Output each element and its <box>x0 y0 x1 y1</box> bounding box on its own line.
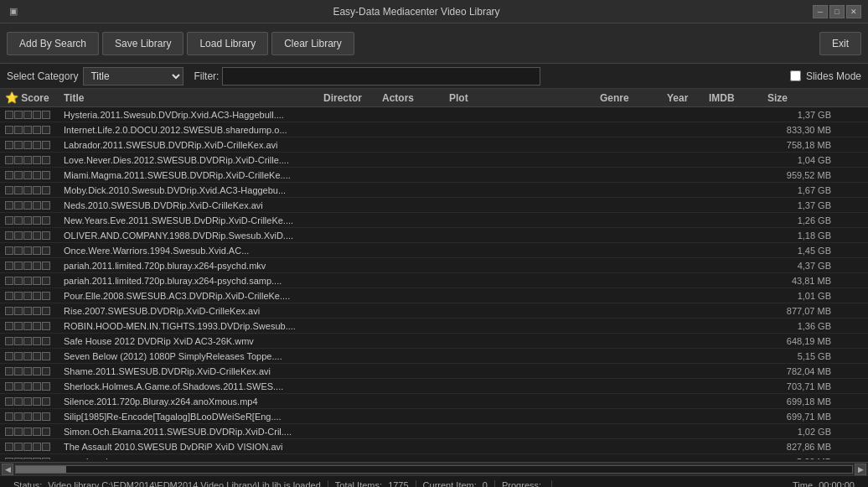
horizontal-scrollbar[interactable]: ◀ ▶ <box>0 462 868 475</box>
score-star[interactable] <box>23 367 32 376</box>
score-star[interactable] <box>42 443 50 451</box>
score-star[interactable] <box>5 141 13 149</box>
score-star[interactable] <box>33 367 41 376</box>
score-star[interactable] <box>33 443 41 451</box>
score-star[interactable] <box>14 322 23 330</box>
hscroll-track[interactable] <box>15 465 853 474</box>
score-star[interactable] <box>14 458 23 460</box>
score-star[interactable] <box>42 322 50 330</box>
score-star[interactable] <box>5 412 13 421</box>
score-star[interactable] <box>42 427 50 436</box>
score-star[interactable] <box>23 397 32 406</box>
score-star[interactable] <box>5 307 13 315</box>
score-star[interactable] <box>33 427 41 436</box>
score-star[interactable] <box>33 262 41 270</box>
score-star[interactable] <box>5 382 13 391</box>
score-star[interactable] <box>5 216 13 225</box>
hscroll-right-arrow[interactable]: ▶ <box>855 464 866 475</box>
score-star[interactable] <box>33 156 41 164</box>
score-star[interactable] <box>33 141 41 149</box>
table-row[interactable]: Rise.2007.SWESUB.DVDRip.XviD-CrilleKex.a… <box>0 303 868 319</box>
score-star[interactable] <box>23 427 32 436</box>
score-star[interactable] <box>14 141 23 149</box>
score-star[interactable] <box>14 111 23 119</box>
table-row[interactable]: sample.avi5,22 MB <box>0 454 868 459</box>
score-star[interactable] <box>14 337 23 345</box>
score-star[interactable] <box>42 201 50 210</box>
score-star[interactable] <box>23 443 32 451</box>
score-star[interactable] <box>33 186 41 194</box>
score-star[interactable] <box>33 111 41 119</box>
score-star[interactable] <box>5 337 13 345</box>
category-select[interactable]: Title <box>83 67 183 85</box>
score-star[interactable] <box>14 277 23 285</box>
score-star[interactable] <box>23 201 32 210</box>
score-star[interactable] <box>14 246 23 255</box>
score-star[interactable] <box>33 246 41 255</box>
table-body[interactable]: Hysteria.2011.Swesub.DVDrip.Xvid.AC3-Hag… <box>0 107 868 459</box>
table-row[interactable]: Miami.Magma.2011.SWESUB.DVDRip.XviD-Cril… <box>0 168 868 183</box>
score-star[interactable] <box>23 186 32 194</box>
score-star[interactable] <box>42 412 50 421</box>
score-star[interactable] <box>23 246 32 255</box>
score-star[interactable] <box>33 277 41 285</box>
score-star[interactable] <box>33 171 41 179</box>
score-star[interactable] <box>33 352 41 360</box>
score-star[interactable] <box>33 307 41 315</box>
score-star[interactable] <box>33 322 41 330</box>
table-row[interactable]: Pour.Elle.2008.SWESUB.AC3.DVDRip.XviD-Cr… <box>0 288 868 303</box>
hscroll-thumb[interactable] <box>16 466 66 473</box>
score-star[interactable] <box>14 352 23 360</box>
score-star[interactable] <box>23 277 32 285</box>
score-star[interactable] <box>23 156 32 164</box>
score-star[interactable] <box>5 201 13 210</box>
filter-input[interactable] <box>222 67 540 85</box>
clear-library-button[interactable]: Clear Library <box>271 32 354 55</box>
score-star[interactable] <box>14 171 23 179</box>
score-star[interactable] <box>14 382 23 391</box>
score-star[interactable] <box>5 367 13 376</box>
score-star[interactable] <box>42 246 50 255</box>
score-star[interactable] <box>14 156 23 164</box>
score-star[interactable] <box>14 201 23 210</box>
maximize-button[interactable]: □ <box>829 5 845 18</box>
score-star[interactable] <box>14 231 23 240</box>
score-star[interactable] <box>23 292 32 300</box>
score-star[interactable] <box>5 126 13 134</box>
score-star[interactable] <box>42 458 50 460</box>
score-star[interactable] <box>42 171 50 179</box>
table-row[interactable]: Internet.Life.2.0.DOCU.2012.SWESUB.share… <box>0 122 868 137</box>
score-star[interactable] <box>23 352 32 360</box>
score-star[interactable] <box>42 126 50 134</box>
score-star[interactable] <box>23 262 32 270</box>
table-row[interactable]: Silence.2011.720p.Bluray.x264.anoXmous.m… <box>0 394 868 409</box>
score-star[interactable] <box>23 322 32 330</box>
score-star[interactable] <box>14 186 23 194</box>
score-star[interactable] <box>5 277 13 285</box>
score-star[interactable] <box>23 337 32 345</box>
table-row[interactable]: Simon.Och.Ekarna.2011.SWESUB.DVDRip.XviD… <box>0 424 868 439</box>
score-star[interactable] <box>33 216 41 225</box>
hscroll-left-arrow[interactable]: ◀ <box>2 464 13 475</box>
close-button[interactable]: ✕ <box>846 5 861 18</box>
score-star[interactable] <box>33 231 41 240</box>
table-row[interactable]: Seven Below (2012) 1080P SimplyReleases … <box>0 349 868 364</box>
score-star[interactable] <box>42 231 50 240</box>
score-star[interactable] <box>23 231 32 240</box>
score-star[interactable] <box>33 201 41 210</box>
table-row[interactable]: Once.Were.Warriors.1994.Swesub.Xvid.AC..… <box>0 243 868 258</box>
score-star[interactable] <box>33 397 41 406</box>
score-star[interactable] <box>5 458 13 460</box>
score-star[interactable] <box>33 412 41 421</box>
score-star[interactable] <box>42 382 50 391</box>
slides-mode-checkbox[interactable] <box>790 70 801 81</box>
score-star[interactable] <box>42 141 50 149</box>
score-star[interactable] <box>5 352 13 360</box>
score-star[interactable] <box>5 186 13 194</box>
save-library-button[interactable]: Save Library <box>102 32 183 55</box>
score-star[interactable] <box>42 186 50 194</box>
score-star[interactable] <box>42 337 50 345</box>
score-star[interactable] <box>5 246 13 255</box>
minimize-button[interactable]: ─ <box>813 5 828 18</box>
score-star[interactable] <box>33 126 41 134</box>
